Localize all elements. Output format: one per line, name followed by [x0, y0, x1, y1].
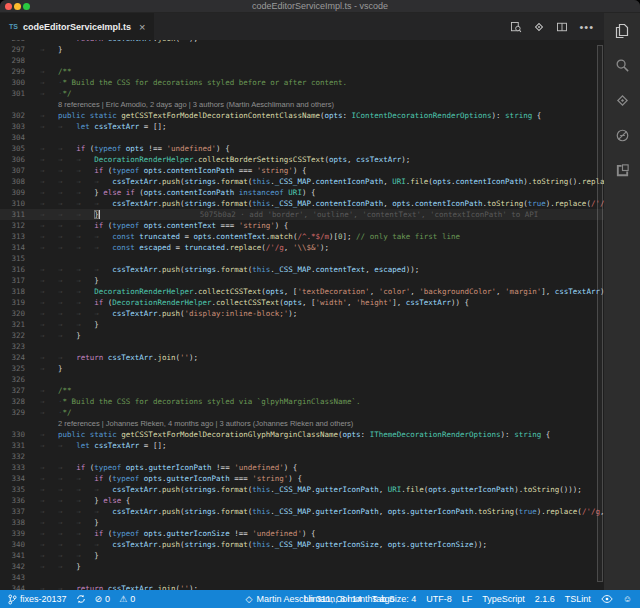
line-number[interactable]: 316 [0, 264, 40, 275]
line-number[interactable]: 301 [0, 88, 40, 99]
code-line-342[interactable]: 342→ → } [0, 561, 604, 572]
codelens[interactable]: 2 references | Johannes Rieken, 4 months… [0, 418, 604, 429]
line-number[interactable]: 329 [0, 407, 40, 418]
codelens-label[interactable]: 2 references | Johannes Rieken, 4 months… [58, 419, 353, 428]
tab-codeeditorserviceimpl[interactable]: TS codeEditorServiceImpl.ts × [0, 13, 154, 40]
line-number[interactable]: 309 [0, 187, 40, 198]
line-number[interactable]: 336 [0, 495, 40, 506]
code-line-330[interactable]: 330→ public static getCSSTextForModelDec… [0, 429, 604, 440]
code-line-309[interactable]: 309→ → → } else if (opts.contentIconPath… [0, 187, 604, 198]
code-line-344[interactable]: 344→ → return cssTextArr.join(''); [0, 583, 604, 590]
line-number[interactable]: 335 [0, 484, 40, 495]
line-number[interactable]: 328 [0, 396, 40, 407]
code-line-324[interactable]: 324→ → return cssTextArr.join(''); [0, 352, 604, 363]
gitlens-icon[interactable] [533, 21, 545, 33]
line-number[interactable]: 327 [0, 385, 40, 396]
line-number[interactable]: 307 [0, 165, 40, 176]
code-line-326[interactable]: 326 [0, 374, 604, 385]
code-editor[interactable]: 296→ → return cssTextArr.join('');297→ }… [0, 40, 604, 590]
line-number[interactable]: 339 [0, 528, 40, 539]
minimize-window-button[interactable] [14, 3, 21, 10]
line-number[interactable]: 317 [0, 275, 40, 286]
line-number[interactable]: 297 [0, 44, 40, 55]
line-number[interactable]: 337 [0, 506, 40, 517]
warning-count[interactable]: ⚠ 0 [119, 590, 135, 608]
line-number[interactable]: 325 [0, 363, 40, 374]
tslint-indicator[interactable]: TSLint [565, 594, 591, 604]
code-line-315[interactable]: 315 [0, 253, 604, 264]
code-line-332[interactable]: 332 [0, 451, 604, 462]
line-number[interactable]: 343 [0, 572, 40, 583]
code-line-301[interactable]: 301→ ·*/ [0, 88, 604, 99]
line-number[interactable]: 323 [0, 341, 40, 352]
code-line-303[interactable]: 303→ → let cssTextArr = []; [0, 121, 604, 132]
codelens-label[interactable]: 8 references | Eric Amodio, 2 days ago |… [58, 100, 334, 109]
code-line-317[interactable]: 317→ → → } [0, 275, 604, 286]
language-indicator[interactable]: TypeScript [482, 594, 525, 604]
debug-icon[interactable] [604, 118, 640, 153]
code-line-308[interactable]: 308→ → → → cssTextArr.push(strings.forma… [0, 176, 604, 187]
source-control-icon[interactable] [604, 83, 640, 118]
code-line-338[interactable]: 338→ → → } [0, 517, 604, 528]
code-line-341[interactable]: 341→ → → } [0, 550, 604, 561]
code-line-343[interactable]: 343 [0, 572, 604, 583]
code-line-318[interactable]: 318→ → → DecorationRenderHelper.collectC… [0, 286, 604, 297]
code-line-305[interactable]: 305→ → if (typeof opts !== 'undefined') … [0, 143, 604, 154]
split-editor-icon[interactable] [556, 21, 568, 33]
line-number[interactable]: 313 [0, 231, 40, 242]
sync-button[interactable] [76, 594, 86, 604]
code-line-340[interactable]: 340→ → → → cssTextArr.push(strings.forma… [0, 539, 604, 550]
code-line-316[interactable]: 316→ → → → cssTextArr.push(strings.forma… [0, 264, 604, 275]
line-number[interactable]: 321 [0, 319, 40, 330]
line-number[interactable]: 326 [0, 374, 40, 385]
line-number[interactable]: 341 [0, 550, 40, 561]
line-number[interactable]: 315 [0, 253, 40, 264]
line-number[interactable]: 306 [0, 154, 40, 165]
encoding-indicator[interactable]: UTF-8 [426, 594, 452, 604]
code-line-310[interactable]: 310→ → → → cssTextArr.push(strings.forma… [0, 198, 604, 209]
close-window-button[interactable] [5, 3, 12, 10]
preview-icon[interactable] [510, 21, 522, 33]
code-line-321[interactable]: 321→ → → } [0, 319, 604, 330]
code-line-297[interactable]: 297→ } [0, 44, 604, 55]
codelens[interactable]: 8 references | Eric Amodio, 2 days ago |… [0, 99, 604, 110]
line-number[interactable]: 300 [0, 77, 40, 88]
extensions-icon[interactable] [604, 153, 640, 188]
code-line-312[interactable]: 312→ → → if (typeof opts.contentText ===… [0, 220, 604, 231]
code-line-327[interactable]: 327→ /** [0, 385, 604, 396]
feedback-smiley-icon[interactable]: ☺ [623, 590, 632, 608]
code-line-336[interactable]: 336→ → → } else { [0, 495, 604, 506]
line-number[interactable]: 340 [0, 539, 40, 550]
line-number[interactable]: 303 [0, 121, 40, 132]
zoom-window-button[interactable] [23, 3, 30, 10]
code-line-325[interactable]: 325→ } [0, 363, 604, 374]
typescript-version[interactable]: 2.1.6 [535, 594, 555, 604]
explorer-icon[interactable] [604, 13, 640, 48]
code-line-304[interactable]: 304 [0, 132, 604, 143]
line-number[interactable]: 299 [0, 66, 40, 77]
line-number[interactable]: 334 [0, 473, 40, 484]
code-line-299[interactable]: 299→ /** [0, 66, 604, 77]
line-number[interactable]: 338 [0, 517, 40, 528]
code-line-306[interactable]: 306→ → → DecorationRenderHelper.collectB… [0, 154, 604, 165]
code-line-339[interactable]: 339→ → → if (typeof opts.gutterIconSize … [0, 528, 604, 539]
line-number[interactable]: 331 [0, 440, 40, 451]
line-number[interactable]: 298 [0, 55, 40, 66]
code-line-311[interactable]: 311→ → → }5075b0a2 · add 'border', 'outl… [0, 209, 604, 220]
line-number[interactable]: 305 [0, 143, 40, 154]
error-count[interactable]: ⊘ 0 [95, 590, 111, 608]
code-line-331[interactable]: 331→ → let cssTextArr = []; [0, 440, 604, 451]
code-line-337[interactable]: 337→ → → → cssTextArr.push(strings.forma… [0, 506, 604, 517]
line-number[interactable]: 304 [0, 132, 40, 143]
line-number[interactable]: 324 [0, 352, 40, 363]
line-number[interactable]: 311 [0, 209, 40, 220]
scrollbar-slider[interactable] [597, 45, 603, 582]
code-line-322[interactable]: 322→ → } [0, 330, 604, 341]
code-line-307[interactable]: 307→ → → if (typeof opts.contentIconPath… [0, 165, 604, 176]
line-number[interactable]: 320 [0, 308, 40, 319]
search-icon[interactable] [604, 48, 640, 83]
line-number[interactable]: 310 [0, 198, 40, 209]
eol-indicator[interactable]: LF [462, 594, 473, 604]
code-line-335[interactable]: 335→ → → → cssTextArr.push(strings.forma… [0, 484, 604, 495]
line-number[interactable]: 342 [0, 561, 40, 572]
